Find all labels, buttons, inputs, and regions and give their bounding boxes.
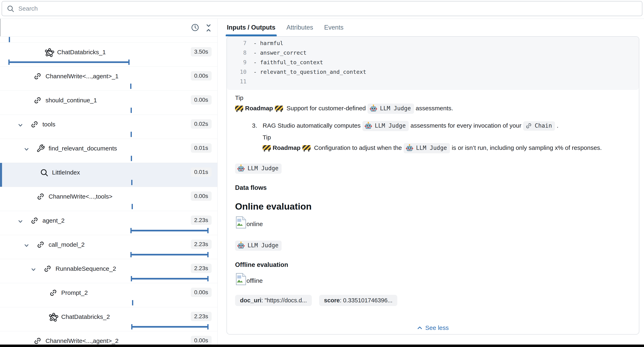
text-run: assessments.	[414, 105, 453, 111]
tip-roadmap-line: Roadmap Configuration to adjust when the…	[262, 143, 627, 153]
robot-icon	[364, 122, 372, 130]
badge-label: LLM Judge	[380, 105, 411, 112]
search-input[interactable]	[18, 5, 591, 12]
chain-badge: Chain	[523, 121, 555, 131]
tree-row-channelwritetools[interactable]: ChannelWrite<...,tools>0.00s	[0, 187, 217, 211]
duration-badge: 2.23s	[191, 312, 212, 321]
llm-judge-badge: LLM Judge	[235, 164, 627, 174]
line-number: 10	[227, 69, 246, 75]
badge-label: LLM Judge	[248, 165, 278, 172]
detail-tabs: Inputs / OutputsAttributesEvents	[217, 19, 644, 36]
chevron-down-icon[interactable]	[17, 122, 24, 129]
search-bar[interactable]	[2, 1, 642, 16]
tree-row-call_model_2[interactable]: call_model_22.23s	[0, 235, 217, 259]
tree-row-tools[interactable]: tools0.02s	[0, 115, 217, 139]
timeline-track	[0, 107, 217, 114]
chevron-down-icon[interactable]	[17, 218, 24, 225]
duration-badge: 0.00s	[191, 191, 212, 201]
span-name: ChannelWrite<...,agent>_1	[46, 73, 118, 80]
robot-icon	[370, 104, 377, 112]
link-icon	[43, 264, 52, 274]
see-less-link[interactable]: See less	[227, 324, 639, 331]
timeline-bar	[131, 230, 208, 231]
link-icon	[30, 120, 39, 129]
timeline-track	[0, 131, 217, 138]
tree-row-runnablesequence_2[interactable]: RunnableSequence_22.23s	[0, 259, 217, 283]
text-run: .	[555, 122, 558, 129]
line-text: - faithful_to_context	[254, 59, 323, 65]
duration-badge: 2.23s	[191, 264, 212, 273]
tree-row-chatdatabricks_1[interactable]: ChatDatabricks_13.50s	[0, 43, 217, 67]
code-block: 7- harmful8- answer_correct9- faithful_t…	[227, 37, 639, 90]
timeline-tick	[131, 156, 132, 161]
search-icon	[6, 5, 14, 12]
broken-image-icon	[235, 273, 247, 287]
timeline-bar	[9, 61, 129, 63]
link-icon	[33, 72, 42, 81]
chevron-up-icon	[417, 326, 422, 330]
tab-events[interactable]: Events	[324, 19, 344, 36]
chevron-down-icon[interactable]	[30, 267, 36, 273]
line-text: - harmful	[254, 40, 283, 46]
image-alt-text: offline	[246, 277, 263, 284]
timeline-track	[0, 251, 217, 258]
tree-row-channelwriteagent_2[interactable]: ChannelWrite<...,agent>_20.00s	[0, 331, 217, 345]
timeline-bar	[132, 326, 208, 328]
llm-judge-badge: LLM Judge	[235, 241, 282, 251]
timeline-track	[0, 179, 217, 186]
chevron-down-icon[interactable]	[24, 242, 30, 249]
text-run: assessments for every invocation of your	[409, 122, 523, 129]
llm-judge-badge: LLM Judge	[235, 241, 627, 251]
badge-label: Chain	[535, 122, 552, 129]
window-bottom-edge	[0, 345, 644, 347]
line-number: 11	[227, 78, 246, 85]
chevron-down-icon[interactable]	[24, 146, 30, 153]
broken-image-online: online	[235, 217, 627, 230]
llm-judge-badge: LLM Judge	[362, 121, 409, 131]
image-alt-text: online	[246, 221, 263, 228]
timeline-tick	[9, 37, 10, 42]
collapse-all-icon[interactable]	[204, 23, 213, 33]
list-item-text: RAG Studio automatically computes LLM Ju…	[262, 121, 627, 131]
bold-text-run: Roadmap	[245, 105, 273, 111]
tab-inputs-outputs[interactable]: Inputs / Outputs	[227, 19, 276, 36]
tree-row-channelwriteagent_1[interactable]: ChannelWrite<...,agent>_10.00s	[0, 67, 217, 91]
broken-image-offline: offline	[235, 274, 627, 287]
tree-row-should_continue_1[interactable]: should_continue_10.00s	[0, 91, 217, 115]
link-icon	[30, 216, 39, 226]
timeline-track	[0, 276, 217, 282]
inputs-outputs-panel: 7- harmful8- answer_correct9- faithful_t…	[226, 36, 639, 335]
timeline-tick	[131, 180, 132, 185]
search-icon	[40, 168, 48, 178]
span-name: find_relevant_documents	[48, 145, 117, 152]
tip-title: Tip	[262, 134, 627, 141]
text-run: RAG Studio automatically computes	[262, 122, 362, 129]
llm-judge-badge: LLM Judge	[404, 143, 450, 153]
pane-divider[interactable]	[217, 19, 218, 345]
tree-row-prompt_2[interactable]: Prompt_20.00s	[0, 283, 217, 307]
offline-evaluation-heading: Offline evaluation	[235, 261, 627, 269]
span-name: RunnableSequence_2	[56, 265, 116, 272]
timeline-tick	[132, 300, 133, 306]
trace-viewer: ChatDatabricks_13.50sChannelWrite<...,ag…	[0, 0, 644, 347]
attribute-pills: doc_uri: "https://docs.d...score: 0.3351…	[235, 295, 627, 306]
badge-label: LLM Judge	[248, 242, 278, 249]
timeline-track	[0, 300, 217, 306]
tree-row-chatdatabricks_2[interactable]: ChatDatabricks_22.23s	[0, 307, 217, 331]
tree-row-find_relevant_documents[interactable]: find_relevant_documents0.01s	[0, 139, 217, 163]
code-line: 9- faithful_to_context	[227, 57, 639, 67]
tree-row-agent_2[interactable]: agent_22.23s	[0, 211, 217, 235]
tree-row-littleindex[interactable]: LittleIndex0.01s	[0, 163, 217, 187]
clock-icon[interactable]	[191, 23, 199, 33]
code-line: 11	[227, 77, 639, 86]
llm-judge-badge: LLM Judge	[235, 164, 282, 174]
see-less-label[interactable]: See less	[425, 324, 449, 331]
tab-attributes[interactable]: Attributes	[286, 19, 313, 36]
timeline-tick	[130, 84, 132, 89]
list-marker: 3.	[252, 121, 257, 130]
line-text: - answer_correct	[254, 49, 306, 56]
duration-badge: 0.02s	[191, 119, 212, 129]
duration-badge: 3.50s	[191, 47, 212, 56]
chain-icon	[525, 122, 532, 129]
line-number: 9	[227, 59, 246, 65]
